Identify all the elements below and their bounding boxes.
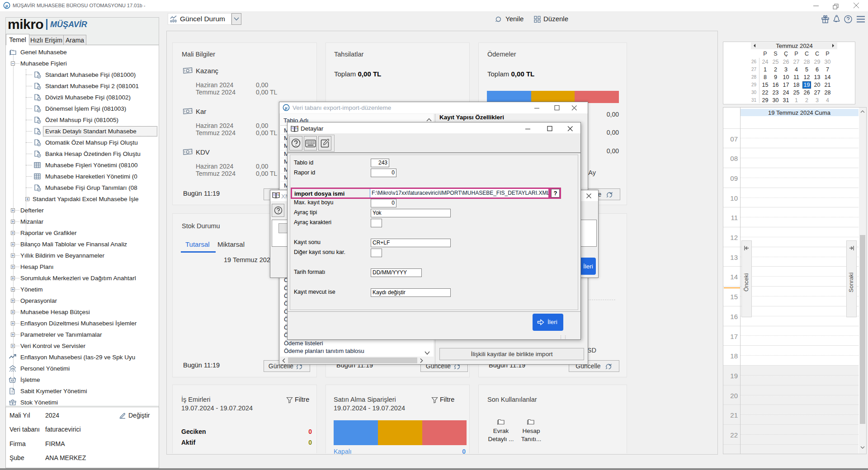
svg-text:μ: μ xyxy=(284,106,287,110)
svg-text:μ: μ xyxy=(5,4,8,8)
